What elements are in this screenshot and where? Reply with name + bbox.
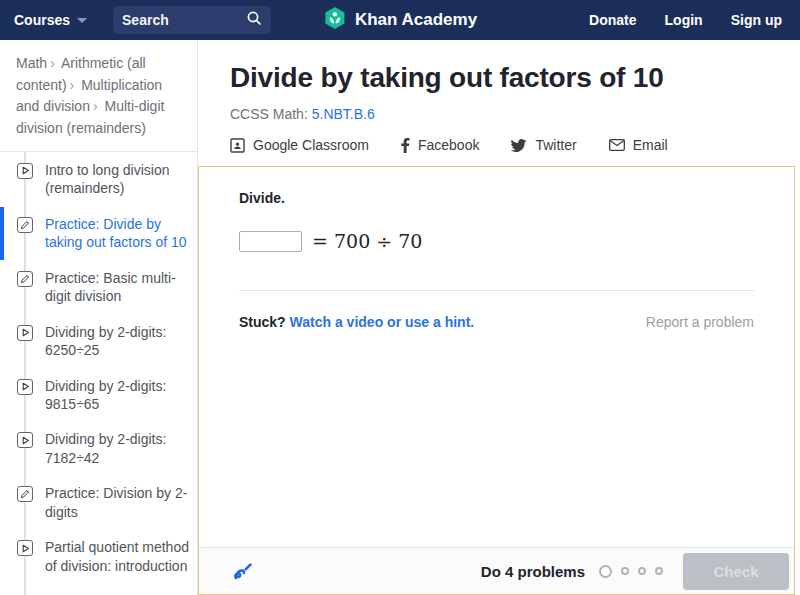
- progress-dot-current: [599, 565, 612, 578]
- donate-link[interactable]: Donate: [589, 12, 636, 28]
- lesson-item-practice-division-2-digits[interactable]: Practice: Division by 2-digits: [17, 484, 191, 521]
- email-icon: [609, 139, 625, 151]
- play-icon: [17, 540, 33, 556]
- khan-academy-leaf-icon: [323, 6, 347, 35]
- lesson-list: Intro to long division (remainders) Prac…: [0, 152, 197, 595]
- play-icon: [17, 325, 33, 341]
- stuck-text: Stuck? Watch a video or use a hint.: [239, 314, 474, 330]
- courses-label: Courses: [14, 12, 70, 28]
- page-title: Divide by taking out factors of 10: [230, 62, 760, 94]
- ccss-label: CCSS Math:: [230, 106, 308, 122]
- facebook-icon: [401, 138, 410, 153]
- scratchpad-button[interactable]: [229, 555, 259, 588]
- problem-divider: [239, 290, 754, 291]
- lesson-label: Dividing by 2-digits: 7182÷42: [45, 430, 191, 467]
- pencil-icon: [17, 271, 33, 287]
- report-problem-link[interactable]: Report a problem: [646, 314, 754, 330]
- pencil-icon: [17, 217, 33, 233]
- answer-input[interactable]: [239, 231, 302, 252]
- share-label: Google Classroom: [253, 137, 369, 153]
- lesson-label: Practice: Division by 2-digits: [45, 484, 191, 521]
- play-icon: [17, 432, 33, 448]
- page-layout: Math› Arithmetic (all content)› Multipli…: [0, 40, 800, 595]
- chevron-down-icon: [77, 18, 87, 23]
- share-label: Email: [633, 137, 668, 153]
- play-icon: [17, 163, 33, 179]
- lesson-item-dividing-9815-65[interactable]: Dividing by 2-digits: 9815÷65: [17, 377, 191, 414]
- share-row: Google Classroom Facebook Twitter: [230, 137, 760, 153]
- breadcrumb-separator: ›: [90, 98, 101, 114]
- lesson-item-practice-factors-of-10[interactable]: Practice: Divide by taking out factors o…: [17, 215, 191, 252]
- progress-dot: [621, 567, 629, 575]
- ccss-standard-link[interactable]: 5.NBT.B.6: [312, 106, 375, 122]
- twitter-icon: [511, 139, 527, 152]
- lesson-label: Dividing by 2-digits: 9815÷65: [45, 377, 191, 414]
- share-label: Twitter: [535, 137, 576, 153]
- lesson-item-dividing-7182-42[interactable]: Dividing by 2-digits: 7182÷42: [17, 430, 191, 467]
- pencil-icon: [17, 486, 33, 502]
- brand-name: Khan Academy: [355, 10, 477, 30]
- lesson-label: Partial quotient method of division: int…: [45, 538, 191, 575]
- sidebar: Math› Arithmetic (all content)› Multipli…: [0, 40, 198, 595]
- courses-menu-button[interactable]: Courses: [14, 12, 87, 28]
- equation-expression: = 700 ÷ 70: [312, 230, 422, 252]
- top-navbar: Courses Khan Academy Donate Login Sign u…: [0, 0, 800, 40]
- equation-row: = 700 ÷ 70: [239, 230, 754, 252]
- lesson-item-partial-quotient-intro[interactable]: Partial quotient method of division: int…: [17, 538, 191, 575]
- share-twitter-button[interactable]: Twitter: [511, 137, 576, 153]
- progress-dots: [599, 565, 663, 578]
- breadcrumb-separator: ›: [67, 77, 78, 93]
- breadcrumb-item-math[interactable]: Math: [16, 55, 47, 71]
- share-google-classroom-button[interactable]: Google Classroom: [230, 137, 369, 153]
- stuck-row: Stuck? Watch a video or use a hint. Repo…: [239, 314, 754, 330]
- share-label: Facebook: [418, 137, 479, 153]
- google-classroom-icon: [230, 138, 245, 153]
- progress-label: Do 4 problems: [481, 563, 585, 580]
- lesson-item-dividing-6250-25[interactable]: Dividing by 2-digits: 6250÷25: [17, 323, 191, 360]
- search-icon[interactable]: [246, 10, 262, 30]
- exercise-card: Divide. = 700 ÷ 70 Stuck? Watch a video …: [198, 166, 795, 595]
- search-input[interactable]: [122, 12, 246, 28]
- login-link[interactable]: Login: [665, 12, 703, 28]
- watch-video-hint-link[interactable]: Watch a video or use a hint.: [290, 314, 475, 330]
- lesson-label: Practice: Divide by taking out factors o…: [45, 215, 191, 252]
- scratchpad-scribble-icon: [231, 571, 257, 586]
- ccss-row: CCSS Math: 5.NBT.B.6: [230, 106, 760, 122]
- stuck-label: Stuck?: [239, 314, 286, 330]
- khan-academy-logo[interactable]: Khan Academy: [323, 6, 477, 35]
- breadcrumb-separator: ›: [47, 55, 58, 71]
- share-email-button[interactable]: Email: [609, 137, 668, 153]
- main-content: Divide by taking out factors of 10 CCSS …: [198, 40, 800, 595]
- lesson-label: Dividing by 2-digits: 6250÷25: [45, 323, 191, 360]
- lesson-label: Practice: Basic multi-digit division: [45, 269, 191, 306]
- lesson-item-intro-long-division[interactable]: Intro to long division (remainders): [17, 161, 191, 198]
- navbar-links: Donate Login Sign up: [589, 12, 786, 28]
- play-icon: [17, 379, 33, 395]
- exercise-footer: Do 4 problems Check: [199, 547, 794, 594]
- share-facebook-button[interactable]: Facebook: [401, 137, 479, 153]
- problem-prompt: Divide.: [239, 190, 754, 206]
- progress-dot: [638, 567, 646, 575]
- progress-dot: [655, 567, 663, 575]
- lesson-label: Intro to long division (remainders): [45, 161, 191, 198]
- exercise-header: Divide by taking out factors of 10 CCSS …: [198, 40, 800, 166]
- lesson-item-practice-basic-multidigit[interactable]: Practice: Basic multi-digit division: [17, 269, 191, 306]
- signup-link[interactable]: Sign up: [731, 12, 782, 28]
- search-box[interactable]: [113, 6, 271, 34]
- problem-area: Divide. = 700 ÷ 70 Stuck? Watch a video …: [199, 167, 794, 547]
- check-button[interactable]: Check: [683, 553, 789, 590]
- breadcrumb: Math› Arithmetic (all content)› Multipli…: [0, 40, 197, 152]
